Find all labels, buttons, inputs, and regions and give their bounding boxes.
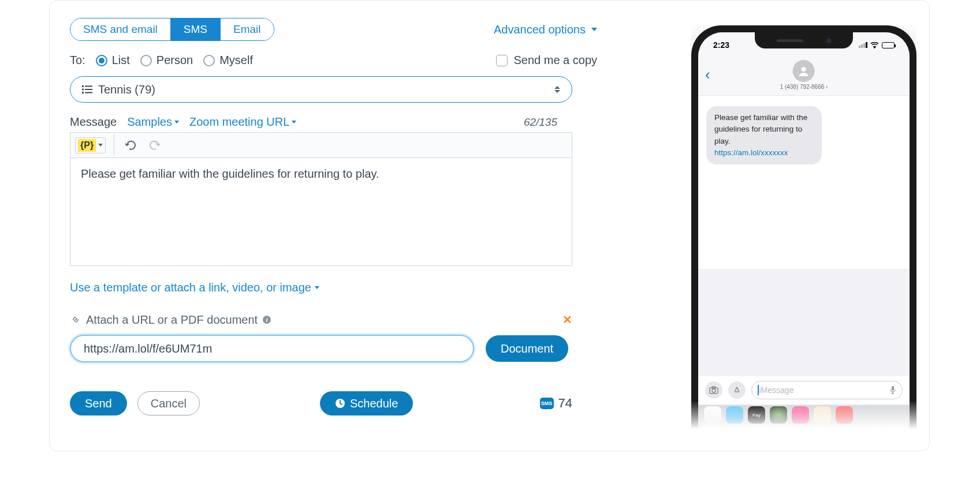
message-editor: {P} Please get familiar with the guideli… <box>70 132 572 266</box>
svg-point-9 <box>874 47 875 48</box>
list-selector-value: Tennis (79) <box>98 83 155 96</box>
radio-list[interactable]: List <box>96 54 130 67</box>
undo-icon <box>125 140 136 151</box>
key: P <box>889 428 907 429</box>
radio-myself[interactable]: Myself <box>203 54 253 67</box>
cancel-button[interactable]: Cancel <box>137 391 200 415</box>
bubble-text: Please get familiar with the guidelines … <box>714 113 807 145</box>
tab-sms[interactable]: SMS <box>170 18 220 40</box>
remove-attachment-button[interactable]: ✕ <box>562 313 572 327</box>
tab-sms-email[interactable]: SMS and email <box>70 18 170 40</box>
appstore-icon <box>728 381 746 399</box>
phone-number: 1 (438) 792-8666 <box>780 84 825 90</box>
sms-count-value: 74 <box>558 396 572 411</box>
to-label: To: <box>70 54 85 67</box>
advanced-options-link[interactable]: Advanced options <box>494 23 597 36</box>
key: Y <box>806 428 824 429</box>
svg-point-12 <box>712 389 716 392</box>
samples-link[interactable]: Samples <box>127 115 179 129</box>
char-counter: 62/135 <box>524 116 557 129</box>
wifi-icon <box>870 42 879 48</box>
bubble-link: https://am.lol/xxxxxxx <box>714 147 814 159</box>
key: R <box>764 428 782 429</box>
dropdown-icon <box>98 144 103 147</box>
back-chevron-icon: ‹ <box>705 66 710 84</box>
phone-input-placeholder: iMessage <box>759 385 794 395</box>
svg-rect-2 <box>82 92 84 93</box>
clock-icon <box>335 398 345 409</box>
dropdown-icon <box>315 286 319 289</box>
svg-rect-0 <box>82 85 84 87</box>
camera-icon <box>705 381 722 399</box>
placeholder-tag: {P} <box>78 139 96 152</box>
divider <box>114 134 114 156</box>
key: T <box>785 428 803 429</box>
key: U <box>826 428 844 429</box>
dropdown-icon <box>591 28 597 31</box>
key: E <box>743 428 761 429</box>
redo-button[interactable] <box>147 138 163 153</box>
document-button[interactable]: Document <box>486 335 568 362</box>
avatar-icon <box>793 60 815 82</box>
svg-rect-3 <box>85 86 92 87</box>
zoom-url-link[interactable]: Zoom meeting URL <box>189 115 296 129</box>
phone-input: iMessage <box>751 381 903 399</box>
select-toggle-icon <box>554 86 560 93</box>
attach-label: Attach a URL or a PDF document <box>86 313 258 327</box>
radio-unchecked-icon <box>203 55 215 66</box>
mic-icon <box>889 385 896 395</box>
key: W <box>722 428 740 429</box>
template-link-label: Use a template or attach a link, video, … <box>70 281 311 294</box>
signal-icon <box>859 42 867 48</box>
message-textarea[interactable]: Please get familiar with the guidelines … <box>70 158 572 265</box>
battery-icon <box>882 42 895 48</box>
keyboard: QWERTYUIOP ASDFGHJKL <box>698 425 910 429</box>
channel-tabs: SMS and email SMS Email <box>70 18 274 41</box>
radio-person-label: Person <box>156 54 193 67</box>
list-icon <box>82 85 92 94</box>
key: Q <box>702 428 720 429</box>
editor-toolbar: {P} <box>70 133 572 158</box>
radio-selected-icon <box>96 55 107 66</box>
dropdown-icon <box>292 121 296 123</box>
placeholder-insert-button[interactable]: {P} <box>75 137 106 153</box>
radio-unchecked-icon <box>140 55 152 66</box>
send-copy-label: Send me a copy <box>513 54 597 67</box>
dropdown-icon <box>174 121 179 123</box>
send-button[interactable]: Send <box>70 391 127 415</box>
phone-time: 2:23 <box>713 40 729 50</box>
svg-point-10 <box>802 67 806 72</box>
svg-rect-5 <box>85 92 92 93</box>
phone-preview: 2:23 ‹ 1 (438) 792-8666 › <box>691 25 916 429</box>
svg-rect-1 <box>82 89 84 91</box>
key: I <box>847 428 865 429</box>
undo-button[interactable] <box>122 138 139 153</box>
checkbox-unchecked-icon <box>496 55 508 66</box>
schedule-label: Schedule <box>350 397 398 410</box>
schedule-button[interactable]: Schedule <box>320 391 413 415</box>
send-copy-checkbox[interactable]: Send me a copy <box>496 54 597 67</box>
info-icon[interactable]: i <box>262 315 271 324</box>
svg-rect-14 <box>892 386 894 391</box>
advanced-options-label: Advanced options <box>494 23 586 36</box>
redo-icon <box>149 140 161 151</box>
zoom-label: Zoom meeting URL <box>189 115 289 129</box>
sms-remaining: SMS 74 <box>540 396 572 411</box>
link-icon <box>70 314 81 325</box>
samples-label: Samples <box>127 115 172 129</box>
sms-bubble-icon: SMS <box>540 398 554 409</box>
radio-myself-label: Myself <box>219 54 253 67</box>
message-label: Message <box>70 115 117 129</box>
svg-rect-4 <box>85 89 92 90</box>
tab-email[interactable]: Email <box>220 18 274 40</box>
message-bubble: Please get familiar with the guidelines … <box>706 106 822 164</box>
app-tray: Pay <box>698 405 910 425</box>
radio-person[interactable]: Person <box>140 54 193 67</box>
radio-list-label: List <box>112 54 130 67</box>
key: O <box>868 428 886 429</box>
url-input[interactable] <box>70 335 474 362</box>
list-selector[interactable]: Tennis (79) <box>70 76 572 103</box>
